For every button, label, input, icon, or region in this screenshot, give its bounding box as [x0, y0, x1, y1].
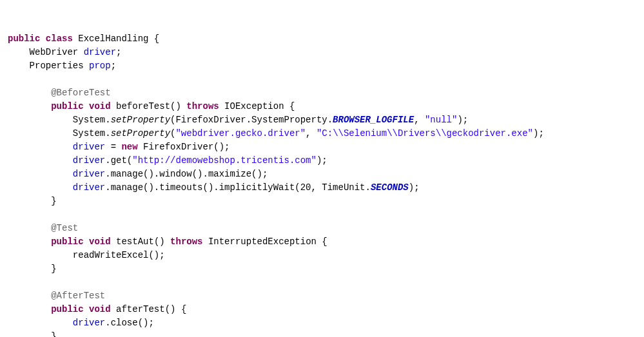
code-line: readWriteExcel();: [8, 250, 165, 260]
keyword-public: public: [51, 304, 83, 314]
keyword-public: public: [8, 34, 40, 44]
method-name: testAut: [116, 236, 154, 247]
field-name: driver: [73, 169, 105, 179]
static-method: setProperty: [111, 128, 170, 139]
annotation: @Test: [51, 223, 78, 233]
text: System.: [73, 128, 111, 139]
code-line: @BeforeTest: [8, 88, 111, 98]
brace: }: [51, 331, 56, 337]
indent: [8, 128, 73, 139]
indent: [8, 304, 51, 314]
code-line: @Test: [8, 223, 78, 233]
string: "C:\\Selenium\\Drivers\\geckodriver.exe": [317, 128, 533, 139]
code-line: driver.manage().timeouts().implicitlyWai…: [8, 182, 420, 193]
keyword-throws: throws: [186, 101, 219, 111]
class-name: ExcelHandling: [78, 34, 148, 44]
code-line: driver = new FirefoxDriver();: [8, 142, 230, 152]
indent: [8, 115, 73, 125]
indent: [8, 264, 51, 274]
field-name: driver: [73, 142, 105, 152]
text: );: [457, 115, 468, 125]
field-name: prop: [89, 61, 111, 71]
indent: [8, 318, 73, 328]
semicolon: ;: [116, 47, 121, 57]
code-line: WebDriver driver;: [8, 47, 121, 57]
code-line: public void beforeTest() throws IOExcept…: [8, 101, 295, 111]
text: readWriteExcel();: [73, 250, 165, 260]
keyword-public: public: [51, 236, 83, 247]
keyword-void: void: [89, 101, 111, 111]
indent: [8, 331, 51, 337]
text: ,: [306, 128, 317, 139]
brace: }: [51, 196, 56, 206]
code-line: public class ExcelHandling {: [8, 34, 159, 44]
text: .get(: [105, 155, 132, 166]
type: WebDriver: [30, 47, 79, 57]
brace: {: [148, 34, 159, 44]
type: Properties: [30, 61, 84, 71]
indent: [8, 196, 51, 206]
annotation: @AfterTest: [51, 291, 105, 301]
method-name: afterTest: [116, 304, 165, 314]
code-line: public void testAut() throws Interrupted…: [8, 236, 327, 247]
brace: }: [51, 264, 56, 274]
indent: [8, 236, 51, 247]
code-line: driver.manage().window().maximize();: [8, 169, 268, 179]
text: (FirefoxDriver.SystemProperty.: [170, 115, 333, 125]
indent: [8, 155, 73, 166]
field-name: driver: [73, 318, 105, 328]
text: System.: [73, 115, 111, 125]
field-name: driver: [73, 182, 105, 193]
text: FirefoxDriver();: [138, 142, 230, 152]
text: (): [170, 101, 186, 111]
indent: [8, 291, 51, 301]
text: );: [409, 182, 420, 193]
field-name: driver: [84, 47, 116, 57]
constant: BROWSER_LOGFILE: [333, 115, 414, 125]
text: );: [533, 128, 544, 139]
keyword-void: void: [89, 236, 111, 247]
text: (): [154, 236, 170, 247]
semicolon: ;: [111, 61, 116, 71]
code-line: System.setProperty("webdriver.gecko.driv…: [8, 128, 544, 139]
code-line: }: [8, 264, 57, 274]
text: .manage().timeouts().implicitlyWait(20, …: [105, 182, 371, 193]
text: InterruptedException {: [203, 236, 327, 247]
keyword-class: class: [46, 34, 73, 44]
text: () {: [165, 304, 187, 314]
text: IOException {: [219, 101, 295, 111]
field-name: driver: [73, 155, 105, 166]
constant: SECONDS: [371, 182, 409, 193]
indent: [8, 169, 73, 179]
text: =: [105, 142, 121, 152]
code-line: System.setProperty(FirefoxDriver.SystemP…: [8, 115, 468, 125]
code-line: @AfterTest: [8, 291, 105, 301]
code-line: driver.close();: [8, 318, 154, 328]
string: "http://demowebshop.tricentis.com": [132, 155, 317, 166]
keyword-new: new: [121, 142, 137, 152]
indent: [8, 250, 73, 260]
code-line: Properties prop;: [8, 61, 116, 71]
static-method: setProperty: [111, 115, 170, 125]
code-line: driver.get("http://demowebshop.tricentis…: [8, 155, 327, 166]
keyword-public: public: [51, 101, 83, 111]
string: "webdriver.gecko.driver": [175, 128, 306, 139]
string: "null": [425, 115, 457, 125]
annotation: @BeforeTest: [51, 88, 110, 98]
indent: [8, 142, 73, 152]
indent: [8, 223, 51, 233]
keyword-throws: throws: [170, 236, 202, 247]
text: .manage().window().maximize();: [105, 169, 268, 179]
keyword-void: void: [89, 304, 111, 314]
text: );: [317, 155, 327, 166]
code-block: public class ExcelHandling { WebDriver d…: [8, 32, 636, 337]
code-line: public void afterTest() {: [8, 304, 186, 314]
method-name: beforeTest: [116, 101, 170, 111]
code-line: }: [8, 196, 57, 206]
code-line: }: [8, 331, 57, 337]
text: .close();: [105, 318, 154, 328]
text: ,: [414, 115, 425, 125]
indent: [8, 182, 73, 193]
